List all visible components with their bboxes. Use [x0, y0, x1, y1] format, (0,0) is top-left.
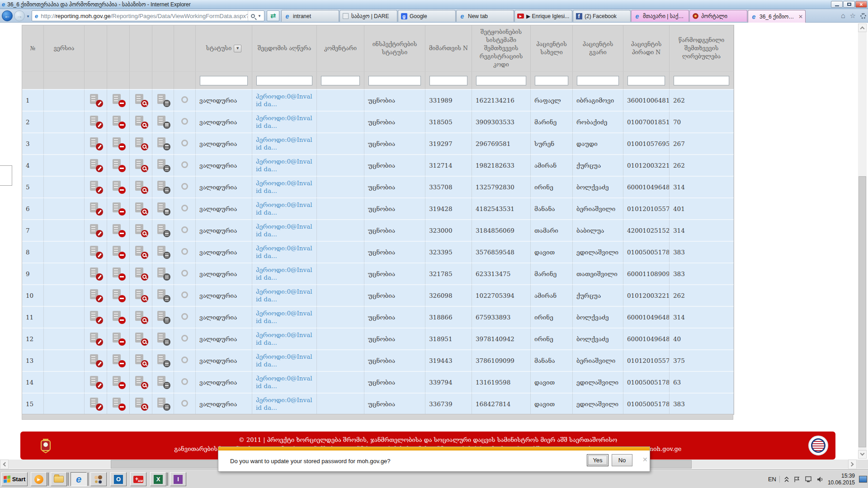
taskbar-app-am-folder[interactable]: AM [130, 472, 146, 486]
edit-record-icon[interactable] [90, 246, 102, 258]
details-record-icon[interactable] [157, 333, 169, 344]
error-description-link[interactable]: პერიოდი:0@Invalid da... [256, 353, 313, 368]
details-record-icon[interactable] [157, 267, 169, 279]
details-record-icon[interactable] [157, 202, 169, 214]
error-description-link[interactable]: პერიოდი:0@Invalid da... [256, 158, 313, 173]
status-filter-dropdown-icon[interactable]: ▼ [234, 45, 241, 52]
taskbar-app-excel[interactable]: X [150, 472, 166, 486]
edit-record-icon[interactable] [90, 202, 102, 214]
delete-record-icon[interactable] [113, 224, 124, 236]
view-record-icon[interactable] [135, 376, 147, 388]
delete-record-icon[interactable] [113, 398, 124, 409]
forward-button[interactable]: → [14, 10, 25, 21]
delete-record-icon[interactable] [113, 289, 124, 301]
select-row-radio[interactable] [181, 205, 188, 211]
error-description-link[interactable]: პერიოდი:0@Invalid da... [256, 93, 313, 108]
delete-record-icon[interactable] [113, 246, 124, 258]
error-description-link[interactable]: პერიოდი:0@Invalid da... [256, 331, 313, 347]
favorites-star-icon[interactable]: ☆ [850, 12, 856, 20]
scroll-left-arrow-icon[interactable] [0, 460, 9, 469]
error-description-link[interactable]: პერიოდი:0@Invalid da... [256, 136, 313, 151]
edit-record-icon[interactable] [90, 267, 102, 279]
url-text[interactable]: http://reporting.moh.gov.ge/Reporting/Pa… [41, 13, 248, 19]
delete-record-icon[interactable] [113, 202, 124, 214]
view-record-icon[interactable] [135, 159, 147, 171]
no-button[interactable]: No [612, 454, 632, 466]
edit-record-icon[interactable] [90, 398, 102, 409]
filter-input-first_name[interactable] [535, 76, 568, 85]
recent-pages-dropdown-icon[interactable]: ▼ [26, 14, 30, 19]
error-description-link[interactable]: პერიოდი:0@Invalid da... [256, 201, 313, 216]
edit-record-icon[interactable] [90, 137, 102, 149]
network-icon[interactable] [805, 476, 812, 483]
view-record-icon[interactable] [135, 116, 147, 127]
browser-tab[interactable]: eintranet [281, 10, 339, 22]
action-center-flag-icon[interactable] [793, 476, 801, 483]
filter-input-status[interactable] [200, 76, 248, 85]
delete-record-icon[interactable] [113, 333, 124, 344]
dialog-close-icon[interactable]: ✕ [642, 456, 648, 463]
edit-record-icon[interactable] [90, 354, 102, 366]
settings-gear-icon[interactable] [860, 13, 866, 19]
select-row-radio[interactable] [181, 335, 188, 342]
taskbar-app-file-explorer[interactable] [51, 472, 67, 486]
start-button[interactable]: Start [1, 472, 28, 486]
address-bar[interactable]: e http://reporting.moh.gov.ge/Reporting/… [32, 10, 264, 21]
details-record-icon[interactable] [157, 224, 169, 236]
back-button[interactable]: ← [2, 10, 13, 21]
delete-record-icon[interactable] [113, 376, 124, 388]
edit-record-icon[interactable] [90, 376, 102, 388]
select-row-radio[interactable] [181, 96, 188, 103]
details-record-icon[interactable] [157, 137, 169, 149]
browser-tab[interactable]: ▶▶ Enrique Iglesi... [514, 10, 572, 22]
tray-expand-chevron-icon[interactable] [784, 477, 789, 482]
view-record-icon[interactable] [135, 333, 147, 344]
view-record-icon[interactable] [135, 181, 147, 192]
view-record-icon[interactable] [135, 202, 147, 214]
delete-record-icon[interactable] [113, 181, 124, 192]
clock[interactable]: 15:39 10.06.2015 [828, 473, 855, 486]
browser-tab[interactable]: პორტალი [689, 10, 747, 22]
error-description-link[interactable]: პერიოდი:0@Invalid da... [256, 396, 313, 412]
taskbar-app-internet-explorer[interactable]: e [71, 472, 87, 486]
error-description-link[interactable]: პერიოდი:0@Invalid da... [256, 375, 313, 390]
edit-record-icon[interactable] [90, 116, 102, 127]
taskbar-app-media-player[interactable]: ▶ [31, 472, 47, 486]
filter-input-comment[interactable] [321, 76, 360, 85]
details-record-icon[interactable] [157, 116, 169, 127]
select-row-radio[interactable] [181, 378, 188, 385]
delete-record-icon[interactable] [113, 94, 124, 106]
taskbar-app-contacts[interactable] [90, 472, 107, 486]
select-row-radio[interactable] [181, 291, 188, 298]
select-row-radio[interactable] [181, 248, 188, 255]
address-dropdown-icon[interactable]: ▼ [258, 14, 261, 18]
taskbar-app-outlook[interactable]: O [110, 472, 127, 486]
home-icon[interactable]: ⌂ [841, 12, 845, 20]
view-record-icon[interactable] [135, 311, 147, 323]
details-record-icon[interactable] [157, 289, 169, 301]
details-record-icon[interactable] [157, 376, 169, 388]
select-row-radio[interactable] [181, 400, 188, 407]
edit-record-icon[interactable] [90, 224, 102, 236]
filter-input-last_name[interactable] [577, 76, 619, 85]
filter-input-inspection[interactable] [368, 76, 421, 85]
error-description-link[interactable]: პერიოდი:0@Invalid da... [256, 266, 313, 282]
delete-record-icon[interactable] [113, 354, 124, 366]
view-record-icon[interactable] [135, 137, 147, 149]
details-record-icon[interactable] [157, 311, 169, 323]
view-record-icon[interactable] [135, 94, 147, 106]
view-record-icon[interactable] [135, 246, 147, 258]
browser-tab[interactable]: საბაჟო | DARE [340, 10, 397, 22]
error-description-link[interactable]: პერიოდი:0@Invalid da... [256, 288, 313, 303]
language-indicator[interactable]: EN [768, 476, 780, 483]
select-row-radio[interactable] [181, 140, 188, 146]
vertical-scrollbar[interactable] [858, 23, 867, 459]
error-description-link[interactable]: პერიოდი:0@Invalid da... [256, 179, 313, 195]
scroll-up-arrow-icon[interactable] [858, 23, 867, 32]
close-button[interactable]: × [855, 1, 867, 8]
scroll-right-arrow-icon[interactable] [848, 460, 857, 469]
edit-record-icon[interactable] [90, 181, 102, 192]
edit-record-icon[interactable] [90, 311, 102, 323]
error-description-link[interactable]: პერიოდი:0@Invalid da... [256, 244, 313, 260]
details-record-icon[interactable] [157, 354, 169, 366]
